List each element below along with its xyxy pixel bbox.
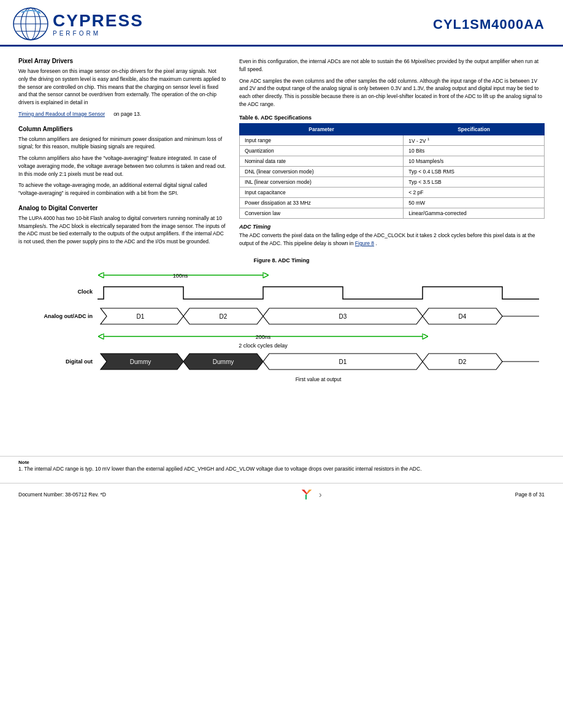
adc-timing-para: The ADC converts the pixel data on the f… xyxy=(239,232,545,248)
analog-waveform: D1 D2 D3 D4 xyxy=(98,305,539,327)
logo-area: CYPRESS PERFORM xyxy=(12,7,144,41)
figure-title: Figure 8. ADC Timing xyxy=(0,257,563,264)
200ns-annotation: 200ns 2 clock cycles delay xyxy=(98,331,539,349)
svg-text:D1: D1 xyxy=(339,358,347,365)
table-cell-spec: 50 mW xyxy=(404,198,545,208)
svg-text:D4: D4 xyxy=(459,313,467,320)
logo-perform-label: PERFORM xyxy=(53,31,144,37)
svg-text:200ns: 200ns xyxy=(256,334,271,340)
doc-number: Document Number: 38-05712 Rev. *D xyxy=(18,491,106,498)
page-number: Page 8 of 31 xyxy=(515,491,545,498)
y-logo-icon xyxy=(299,487,314,502)
table-row: DNL (linear conversion mode)Typ < 0.4 LS… xyxy=(240,167,545,177)
logo-cypress-label: CYPRESS xyxy=(53,12,144,29)
first-value-label: First value at output xyxy=(98,376,539,382)
table-row: Conversion lawLinear/Gamma-corrected xyxy=(240,208,545,219)
analog-row: Analog out/ADC in D1 D2 xyxy=(24,305,539,327)
table-cell-spec: 1V - 2V 1 xyxy=(404,135,545,146)
table-cell-param: Quantization xyxy=(240,146,404,156)
note-title: Note xyxy=(18,460,545,465)
table-header-param: Parameter xyxy=(240,123,404,135)
header: CYPRESS PERFORM CYL1SM4000AA xyxy=(0,0,563,47)
table-cell-param: Power dissipation at 33 MHz xyxy=(240,198,404,208)
adc-para1: The LUPA 4000 has two 10-bit Flash analo… xyxy=(18,214,227,246)
table-row: INL (linear conversion mode)Typ < 3.5 LS… xyxy=(240,177,545,188)
column-amplifiers-heading: Column Amplifiers xyxy=(18,126,227,132)
timing-diagram: 100ns Clock Analog xyxy=(24,270,539,382)
clock-signal xyxy=(98,282,539,301)
svg-text:D2: D2 xyxy=(220,313,228,320)
note-text: 1. The internal ADC range is typ. 10 mV … xyxy=(18,465,545,473)
table-cell-param: Input range xyxy=(240,135,404,146)
digital-label: Digital out xyxy=(24,358,98,365)
svg-marker-37 xyxy=(305,495,307,499)
col-amp-para1: The column amplifiers are designed for m… xyxy=(18,135,227,151)
table-cell-param: Conversion law xyxy=(240,208,404,219)
timing-diagram-section: 100ns Clock Analog xyxy=(0,270,563,382)
table-row: Quantization10 Bits xyxy=(240,146,545,156)
analog-label: Analog out/ADC in xyxy=(24,313,98,319)
table-cell-spec: 10 Msamples/s xyxy=(404,156,545,167)
table-row: Nominal data rate10 Msamples/s xyxy=(240,156,545,167)
main-content: Pixel Array Drivers We have foreseen on … xyxy=(0,47,563,257)
timing-link[interactable]: Timing and Readout of Image Sensor xyxy=(18,111,105,117)
col-amp-para3: To achieve the voltage-averaging mode, a… xyxy=(18,181,227,197)
footer-logo: › xyxy=(299,487,322,502)
pixel-array-para1: We have foreseen on this image sensor on… xyxy=(18,67,227,107)
logo-globe-icon xyxy=(12,7,49,41)
logo-text: CYPRESS PERFORM xyxy=(53,12,144,37)
table-row: Input range1V - 2V 1 xyxy=(240,135,545,146)
100ns-arrow: 100ns xyxy=(98,270,539,281)
digital-signal: Dummy Dummy D1 D2 xyxy=(98,351,539,373)
page: CYPRESS PERFORM CYL1SM4000AA Pixel Array… xyxy=(0,0,563,728)
footer-bottom: Document Number: 38-05712 Rev. *D › Page… xyxy=(0,483,563,506)
svg-text:100ns: 100ns xyxy=(173,273,188,279)
header-title: CYL1SM4000AA xyxy=(433,17,545,32)
svg-marker-36 xyxy=(307,490,312,495)
analog-signal: D1 D2 D3 D4 xyxy=(98,305,539,327)
col-amp-para2: The column amplifiers also have the "vol… xyxy=(18,154,227,178)
table-cell-spec: 10 Bits xyxy=(404,146,545,156)
svg-text:2 clock cycles delay: 2 clock cycles delay xyxy=(239,343,288,349)
table-cell-spec: Typ < 0.4 LSB RMS xyxy=(404,167,545,177)
table-row: Power dissipation at 33 MHz50 mW xyxy=(240,198,545,208)
table-cell-spec: Linear/Gamma-corrected xyxy=(404,208,545,219)
clock-label: Clock xyxy=(24,289,98,295)
adc-heading: Analog to Digital Converter xyxy=(18,205,227,211)
pixel-array-para2: Timing and Readout of Image Sensor on pa… xyxy=(18,110,227,118)
svg-text:D3: D3 xyxy=(339,313,347,320)
table-cell-param: Input capacitance xyxy=(240,188,404,198)
table-row: Input capacitance< 2 pF xyxy=(240,188,545,198)
svg-marker-35 xyxy=(302,490,307,495)
clock-row: Clock xyxy=(24,282,539,301)
nav-arrow-icon[interactable]: › xyxy=(319,490,322,499)
table-cell-param: INL (linear conversion mode) xyxy=(240,177,404,188)
pixel-array-heading: Pixel Array Drivers xyxy=(18,58,227,64)
svg-text:Dummy: Dummy xyxy=(213,358,234,365)
svg-text:D1: D1 xyxy=(137,313,145,320)
left-column: Pixel Array Drivers We have foreseen on … xyxy=(18,58,227,251)
figure8-link[interactable]: Figure 8 xyxy=(355,240,374,246)
table-cell-spec: Typ < 3.5 LSB xyxy=(404,177,545,188)
clock-waveform xyxy=(98,282,539,301)
table-cell-param: Nominal data rate xyxy=(240,156,404,167)
table-cell-param: DNL (linear conversion mode) xyxy=(240,167,404,177)
svg-text:D2: D2 xyxy=(459,358,467,365)
footer-note: Note 1. The internal ADC range is typ. 1… xyxy=(0,456,563,480)
table-cell-spec: < 2 pF xyxy=(404,188,545,198)
digital-waveform: Dummy Dummy D1 D2 xyxy=(98,351,539,373)
right-para2: One ADC samples the even columns and the… xyxy=(239,77,545,108)
adc-specs-table: Parameter Specification Input range1V - … xyxy=(239,123,545,219)
table-title: Table 6. ADC Specifications xyxy=(239,115,545,121)
right-para1: Even in this configuration, the internal… xyxy=(239,58,545,74)
digital-row: Digital out Dummy Dummy D1 D xyxy=(24,351,539,373)
svg-text:Dummy: Dummy xyxy=(130,358,151,365)
right-column: Even in this configuration, the internal… xyxy=(239,58,545,251)
adc-timing-heading: ADC Timing xyxy=(239,224,545,230)
table-header-spec: Specification xyxy=(404,123,545,135)
